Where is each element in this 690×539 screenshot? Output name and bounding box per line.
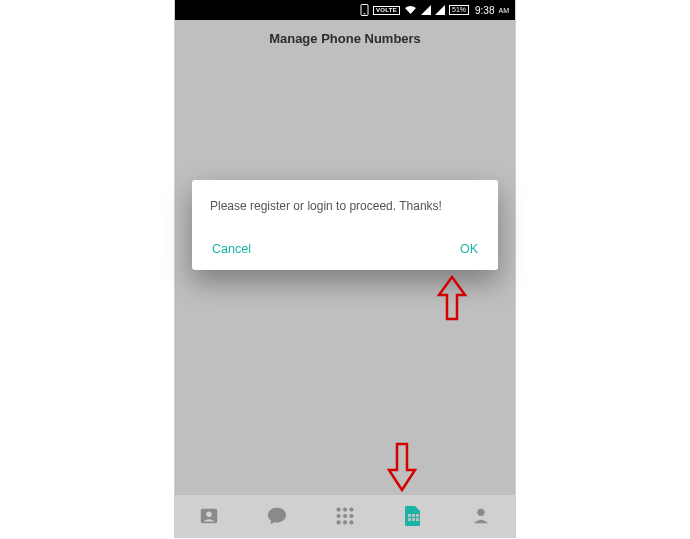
nav-chat[interactable] <box>243 495 311 537</box>
annotation-arrow-up <box>435 275 469 323</box>
svg-point-9 <box>349 514 353 518</box>
svg-point-19 <box>477 509 484 516</box>
clock-ampm: AM <box>499 7 510 14</box>
nav-dialpad[interactable] <box>311 495 379 537</box>
svg-point-11 <box>343 520 347 524</box>
svg-rect-16 <box>408 518 411 521</box>
signal-2-icon <box>435 5 445 15</box>
ok-button[interactable]: OK <box>458 238 480 260</box>
svg-point-8 <box>343 514 347 518</box>
svg-point-6 <box>349 507 353 511</box>
battery-indicator: 51% <box>449 5 469 15</box>
page-title: Manage Phone Numbers <box>269 31 421 46</box>
volte-badge: VOLTE <box>373 6 400 15</box>
nav-sim[interactable] <box>379 495 447 537</box>
svg-rect-14 <box>412 514 415 517</box>
svg-rect-17 <box>412 518 415 521</box>
signal-1-icon <box>421 5 431 15</box>
app-header: Manage Phone Numbers <box>175 20 515 56</box>
login-required-dialog: Please register or login to proceed. Tha… <box>192 180 498 270</box>
clock-time: 9:38 <box>475 5 494 16</box>
svg-point-7 <box>336 514 340 518</box>
svg-rect-18 <box>416 518 419 521</box>
svg-rect-13 <box>408 514 411 517</box>
sim-card-icon <box>403 504 423 528</box>
svg-point-10 <box>336 520 340 524</box>
nav-contacts[interactable] <box>175 495 243 537</box>
svg-point-4 <box>336 507 340 511</box>
chat-bubble-icon <box>266 505 288 527</box>
cancel-button[interactable]: Cancel <box>210 238 253 260</box>
svg-point-5 <box>343 507 347 511</box>
dialog-message: Please register or login to proceed. Tha… <box>210 198 480 214</box>
svg-rect-1 <box>363 13 365 14</box>
device-icon <box>360 4 369 16</box>
annotation-arrow-down <box>385 440 419 492</box>
status-bar: VOLTE 51% 9:38 AM <box>175 0 515 20</box>
svg-point-12 <box>349 520 353 524</box>
svg-point-3 <box>206 511 212 517</box>
contact-card-icon <box>198 505 220 527</box>
dialog-actions: Cancel OK <box>210 238 480 260</box>
person-icon <box>470 505 492 527</box>
bottom-nav <box>175 495 515 537</box>
dialpad-icon <box>334 505 356 527</box>
nav-profile[interactable] <box>447 495 515 537</box>
wifi-icon <box>404 5 417 15</box>
svg-rect-15 <box>416 514 419 517</box>
